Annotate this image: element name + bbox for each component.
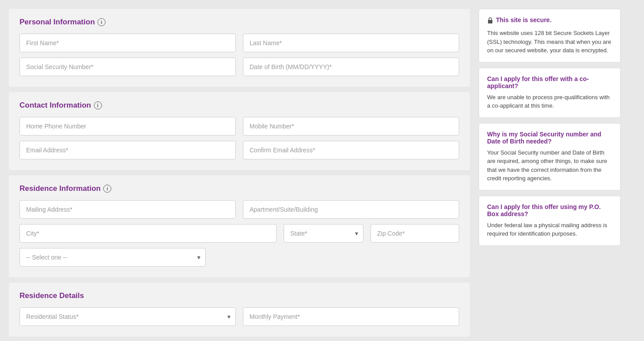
- sidebar-card-coapplicant-body: We are unable to process pre-qualificati…: [487, 93, 612, 110]
- sidebar-card-ssn-title: Why is my Social Security number and Dat…: [487, 131, 612, 145]
- sidebar-card-coapplicant-title-text: Can I apply for this offer with a co-app…: [487, 75, 612, 89]
- residence-details-title: Residence Details: [20, 291, 459, 300]
- personal-info-icon[interactable]: i: [98, 18, 105, 26]
- sidebar-card-pobox-body: Under federal law a physical mailing add…: [487, 221, 612, 238]
- ssn-field: [20, 58, 236, 76]
- last-name-field: [243, 34, 459, 52]
- contact-info-icon[interactable]: i: [94, 101, 102, 109]
- section-title-text: Personal Information: [20, 18, 95, 27]
- sidebar-card-secure-title-text: This site is secure.: [496, 16, 551, 23]
- contact-information-section: Contact Information i: [9, 92, 470, 170]
- first-name-field: [20, 34, 236, 52]
- zip-code-input[interactable]: [371, 224, 459, 243]
- svg-rect-0: [488, 20, 492, 23]
- sidebar-card-pobox: Can I apply for this offer using my P.O.…: [479, 196, 621, 246]
- sidebar-card-ssn-body: Your Social Security number and Date of …: [487, 148, 612, 183]
- residence-details-section: Residence Details Residential Status* Ow…: [9, 283, 470, 337]
- sidebar-card-ssn-title-text: Why is my Social Security number and Dat…: [487, 131, 612, 145]
- sidebar-card-coapplicant-title: Can I apply for this offer with a co-app…: [487, 75, 612, 89]
- state-field: State* ALAKAZAR CACOCTDE FLGAHIID ILINIA…: [284, 224, 363, 243]
- residence-type-select[interactable]: -- Select one -- Own Rent Other: [20, 248, 206, 267]
- residence-select-one-field: -- Select one -- Own Rent Other ▾: [20, 248, 206, 267]
- sidebar-card-ssn: Why is my Social Security number and Dat…: [479, 123, 621, 190]
- state-select[interactable]: State* ALAKAZAR CACOCTDE FLGAHIID ILINIA…: [284, 224, 363, 243]
- mobile-number-field: [243, 117, 459, 136]
- apartment-input[interactable]: [243, 200, 459, 219]
- email-input[interactable]: [20, 141, 236, 159]
- home-phone-input[interactable]: [20, 117, 236, 136]
- first-name-input[interactable]: [20, 34, 236, 52]
- lock-icon: [487, 17, 493, 25]
- contact-information-title: Contact Information i: [20, 101, 459, 110]
- residence-information-title: Residence Information i: [20, 184, 459, 193]
- confirm-email-field: [243, 141, 459, 159]
- mailing-address-field: [20, 200, 236, 219]
- contact-row-2: [20, 141, 459, 159]
- sidebar-card-pobox-title-text: Can I apply for this offer using my P.O.…: [487, 203, 612, 217]
- residence-row-2: State* ALAKAZAR CACOCTDE FLGAHIID ILINIA…: [20, 224, 459, 243]
- sidebar-card-secure: This site is secure.This website uses 12…: [479, 9, 621, 62]
- personal-information-title: Personal Information i: [20, 18, 459, 27]
- residence-info-icon[interactable]: i: [103, 185, 111, 193]
- residential-status-field: Residential Status* Own Rent Other ▾: [20, 307, 236, 326]
- section-title-text: Residence Details: [20, 291, 84, 300]
- last-name-input[interactable]: [243, 34, 459, 52]
- dob-field: [243, 58, 459, 76]
- confirm-email-input[interactable]: [243, 141, 459, 159]
- residence-row-1: [20, 200, 459, 219]
- dob-input[interactable]: [243, 58, 459, 76]
- contact-row-1: [20, 117, 459, 136]
- residence-information-section: Residence Information i State* ALAKAZAR …: [9, 175, 470, 277]
- city-input[interactable]: [20, 224, 277, 243]
- home-phone-field: [20, 117, 236, 136]
- monthly-payment-field: [243, 307, 459, 326]
- zip-code-field: [371, 224, 459, 243]
- section-title-text: Contact Information: [20, 101, 91, 110]
- city-field: [20, 224, 277, 243]
- sidebar-card-secure-title: This site is secure.: [487, 16, 612, 25]
- sidebar-card-coapplicant: Can I apply for this offer with a co-app…: [479, 68, 621, 118]
- personal-row-1: [20, 34, 459, 52]
- mobile-number-input[interactable]: [243, 117, 459, 136]
- sidebar: This site is secure.This website uses 12…: [479, 9, 621, 337]
- residence-details-row-1: Residential Status* Own Rent Other ▾: [20, 307, 459, 326]
- personal-row-2: [20, 58, 459, 76]
- apartment-field: [243, 200, 459, 219]
- email-field: [20, 141, 236, 159]
- monthly-payment-input[interactable]: [243, 307, 459, 326]
- residential-status-select[interactable]: Residential Status* Own Rent Other: [20, 307, 236, 326]
- main-content: Personal Information i Contact Informati…: [9, 9, 470, 337]
- ssn-input[interactable]: [20, 58, 236, 76]
- sidebar-card-pobox-title: Can I apply for this offer using my P.O.…: [487, 203, 612, 217]
- mailing-address-input[interactable]: [20, 200, 236, 219]
- personal-information-section: Personal Information i: [9, 9, 470, 87]
- residence-row-3: -- Select one -- Own Rent Other ▾: [20, 248, 459, 267]
- section-title-text: Residence Information: [20, 184, 101, 193]
- sidebar-card-secure-body: This website uses 128 bit Secure Sockets…: [487, 29, 612, 55]
